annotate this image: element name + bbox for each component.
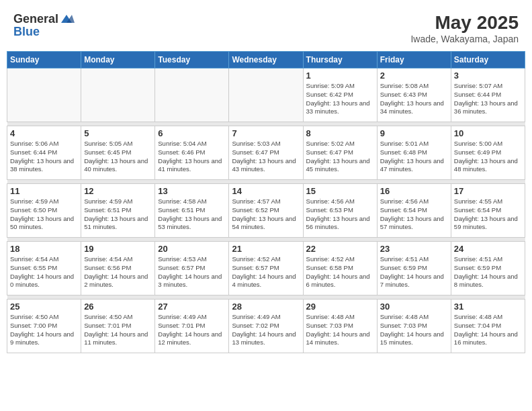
sunrise-info: Sunrise: 4:59 AM (84, 197, 132, 205)
sunrise-info: Sunrise: 4:51 AM (454, 255, 502, 263)
sunrise-info: Sunrise: 4:53 AM (158, 255, 206, 263)
calendar-day: 25Sunrise: 4:50 AMSunset: 7:00 PMDayligh… (7, 300, 81, 353)
sunrise-info: Sunrise: 4:48 AM (454, 313, 502, 320)
sunrise-info: Sunrise: 5:05 AM (84, 140, 132, 147)
sunrise-info: Sunrise: 5:02 AM (306, 140, 355, 147)
day-number: 29 (306, 302, 374, 312)
day-number: 12 (84, 186, 152, 196)
calendar-week-4: 18Sunrise: 4:54 AMSunset: 6:55 PMDayligh… (7, 242, 525, 295)
daylight-info: Daylight: 13 hours and 45 minutes. (306, 157, 370, 173)
daylight-info: Daylight: 14 hours and 0 minutes. (10, 273, 74, 289)
daylight-info: Daylight: 14 hours and 3 minutes. (158, 273, 222, 289)
calendar-day (155, 68, 229, 122)
sunrise-info: Sunrise: 4:56 AM (306, 197, 355, 205)
calendar-day: 16Sunrise: 4:56 AMSunset: 6:54 PMDayligh… (377, 184, 451, 238)
calendar-day (7, 68, 81, 122)
calendar-day: 1Sunrise: 5:09 AMSunset: 6:42 PMDaylight… (303, 68, 377, 122)
sunset-info: Sunset: 7:03 PM (306, 322, 353, 329)
day-info: Sunrise: 5:05 AMSunset: 6:45 PMDaylight:… (84, 140, 152, 174)
col-sunday: Sunday (7, 52, 81, 68)
day-info: Sunrise: 4:58 AMSunset: 6:51 PMDaylight:… (158, 197, 226, 232)
sunrise-info: Sunrise: 4:48 AM (380, 313, 429, 320)
sunset-info: Sunset: 6:55 PM (10, 264, 57, 271)
day-info: Sunrise: 5:00 AMSunset: 6:49 PMDaylight:… (454, 140, 522, 174)
sunset-info: Sunset: 6:44 PM (454, 91, 501, 98)
daylight-info: Daylight: 14 hours and 16 minutes. (454, 330, 518, 347)
sunrise-info: Sunrise: 5:04 AM (158, 140, 206, 147)
daylight-info: Daylight: 14 hours and 13 minutes. (232, 330, 296, 347)
sunset-info: Sunset: 7:03 PM (380, 322, 427, 329)
sunset-info: Sunset: 7:04 PM (454, 322, 501, 329)
day-number: 18 (10, 244, 78, 254)
calendar-day (229, 68, 303, 122)
sunrise-info: Sunrise: 4:54 AM (10, 255, 58, 263)
sunrise-info: Sunrise: 4:49 AM (158, 313, 206, 320)
calendar-day: 26Sunrise: 4:50 AMSunset: 7:01 PMDayligh… (81, 300, 155, 353)
daylight-info: Daylight: 13 hours and 57 minutes. (380, 215, 444, 231)
day-info: Sunrise: 5:09 AMSunset: 6:42 PMDaylight:… (306, 82, 374, 116)
day-info: Sunrise: 4:48 AMSunset: 7:03 PMDaylight:… (380, 313, 448, 347)
calendar-day: 19Sunrise: 4:54 AMSunset: 6:56 PMDayligh… (81, 242, 155, 295)
day-info: Sunrise: 4:59 AMSunset: 6:51 PMDaylight:… (84, 197, 152, 232)
daylight-info: Daylight: 13 hours and 43 minutes. (232, 157, 296, 173)
day-info: Sunrise: 4:57 AMSunset: 6:52 PMDaylight:… (232, 197, 300, 232)
calendar-week-3: 11Sunrise: 4:59 AMSunset: 6:50 PMDayligh… (7, 184, 525, 238)
sunset-info: Sunset: 6:42 PM (306, 91, 353, 98)
daylight-info: Daylight: 13 hours and 34 minutes. (380, 99, 444, 116)
sunset-info: Sunset: 6:53 PM (306, 206, 353, 214)
calendar-day: 31Sunrise: 4:48 AMSunset: 7:04 PMDayligh… (451, 300, 525, 353)
month-year-title: May 2025 (410, 12, 519, 34)
day-number: 8 (306, 128, 374, 138)
day-number: 24 (454, 244, 522, 254)
sunset-info: Sunset: 6:44 PM (10, 148, 57, 156)
day-number: 9 (380, 128, 448, 138)
sunrise-info: Sunrise: 4:52 AM (232, 255, 280, 263)
calendar-day: 18Sunrise: 4:54 AMSunset: 6:55 PMDayligh… (7, 242, 81, 295)
calendar-day: 23Sunrise: 4:51 AMSunset: 6:59 PMDayligh… (377, 242, 451, 295)
col-wednesday: Wednesday (229, 52, 303, 68)
day-info: Sunrise: 4:50 AMSunset: 7:00 PMDaylight:… (10, 313, 78, 347)
day-info: Sunrise: 5:04 AMSunset: 6:46 PMDaylight:… (158, 140, 226, 174)
sunset-info: Sunset: 7:02 PM (232, 322, 279, 329)
daylight-info: Daylight: 13 hours and 54 minutes. (232, 215, 296, 231)
daylight-info: Daylight: 14 hours and 11 minutes. (84, 330, 148, 347)
calendar-table: Sunday Monday Tuesday Wednesday Thursday… (7, 51, 525, 353)
sunset-info: Sunset: 6:49 PM (454, 148, 501, 156)
calendar-day: 24Sunrise: 4:51 AMSunset: 6:59 PMDayligh… (451, 242, 525, 295)
sunset-info: Sunset: 6:54 PM (454, 206, 501, 214)
day-number: 11 (10, 186, 78, 196)
day-number: 22 (306, 244, 374, 254)
calendar-day: 21Sunrise: 4:52 AMSunset: 6:57 PMDayligh… (229, 242, 303, 295)
day-number: 3 (454, 71, 522, 81)
day-number: 31 (454, 302, 522, 312)
day-info: Sunrise: 4:51 AMSunset: 6:59 PMDaylight:… (454, 255, 522, 289)
sunset-info: Sunset: 7:01 PM (158, 322, 205, 329)
sunrise-info: Sunrise: 4:56 AM (380, 197, 429, 205)
daylight-info: Daylight: 14 hours and 4 minutes. (232, 273, 296, 289)
calendar-header-row: Sunday Monday Tuesday Wednesday Thursday… (7, 52, 525, 68)
day-info: Sunrise: 4:49 AMSunset: 7:01 PMDaylight:… (158, 313, 226, 347)
day-info: Sunrise: 5:08 AMSunset: 6:43 PMDaylight:… (380, 82, 448, 116)
sunrise-info: Sunrise: 4:55 AM (454, 197, 502, 205)
daylight-info: Daylight: 14 hours and 7 minutes. (380, 273, 444, 289)
calendar-day: 8Sunrise: 5:02 AMSunset: 6:47 PMDaylight… (303, 126, 377, 180)
sunset-info: Sunset: 6:50 PM (10, 206, 57, 214)
daylight-info: Daylight: 14 hours and 14 minutes. (306, 330, 370, 347)
day-info: Sunrise: 4:52 AMSunset: 6:57 PMDaylight:… (232, 255, 300, 289)
day-number: 4 (10, 128, 78, 138)
day-info: Sunrise: 4:56 AMSunset: 6:54 PMDaylight:… (380, 197, 448, 232)
logo-icon (60, 13, 75, 26)
sunrise-info: Sunrise: 4:51 AM (380, 255, 429, 263)
sunset-info: Sunset: 6:56 PM (84, 264, 131, 271)
daylight-info: Daylight: 14 hours and 12 minutes. (158, 330, 222, 347)
day-number: 19 (84, 244, 152, 254)
title-area: May 2025 Iwade, Wakayama, Japan (410, 12, 519, 44)
calendar-day: 14Sunrise: 4:57 AMSunset: 6:52 PMDayligh… (229, 184, 303, 238)
col-tuesday: Tuesday (155, 52, 229, 68)
daylight-info: Daylight: 13 hours and 48 minutes. (454, 157, 518, 173)
location-subtitle: Iwade, Wakayama, Japan (410, 34, 519, 44)
daylight-info: Daylight: 13 hours and 51 minutes. (84, 215, 148, 231)
calendar-day: 15Sunrise: 4:56 AMSunset: 6:53 PMDayligh… (303, 184, 377, 238)
day-number: 28 (232, 302, 300, 312)
sunset-info: Sunset: 6:48 PM (380, 148, 427, 156)
